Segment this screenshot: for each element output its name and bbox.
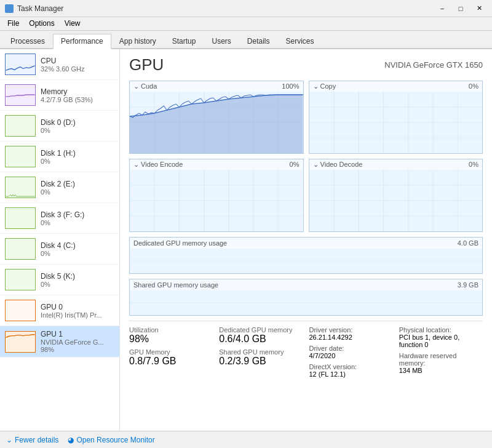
copy-chart-area bbox=[309, 92, 483, 153]
sidebar-item-memory[interactable]: Memory 4.2/7.9 GB (53%) bbox=[0, 80, 119, 111]
stat-driver-date: Driver date: 4/7/2020 bbox=[309, 345, 393, 359]
svg-rect-2 bbox=[6, 116, 34, 136]
cpu-sub: 32% 3.60 GHz bbox=[41, 65, 85, 73]
content-header: GPU NVIDIA GeForce GTX 1650 bbox=[129, 55, 483, 74]
shared-memory-area bbox=[130, 290, 482, 315]
open-resource-monitor-link[interactable]: ◕ Open Resource Monitor bbox=[68, 436, 154, 444]
cpu-label: CPU bbox=[41, 57, 85, 65]
gpu1-info: GPU 1 NVIDIA GeForce G... 98% bbox=[41, 330, 104, 353]
stat-driver-version: Driver version: 26.21.14.4292 bbox=[309, 326, 393, 341]
close-button[interactable]: ✕ bbox=[471, 2, 487, 15]
main-area: CPU 32% 3.60 GHz Memory 4.2/7.9 GB (53%)… bbox=[0, 49, 492, 431]
chevron-down-icon: ⌄ bbox=[6, 436, 12, 444]
fewer-details-link[interactable]: ⌄ Fewer details bbox=[6, 436, 58, 444]
open-resource-monitor-label: Open Resource Monitor bbox=[76, 436, 154, 444]
gpu-name: NVIDIA GeForce GTX 1650 bbox=[384, 60, 483, 70]
video-encode-chart-area bbox=[130, 170, 303, 231]
video-encode-chart-label: ⌄ Video Encode bbox=[133, 161, 183, 169]
sidebar-item-disk2[interactable]: Disk 2 (E:) 0% bbox=[0, 172, 119, 203]
maximize-button[interactable]: □ bbox=[453, 2, 469, 15]
utilization-value: 98% bbox=[129, 334, 213, 345]
tab-app-history[interactable]: App history bbox=[111, 34, 164, 48]
sidebar-item-disk1[interactable]: Disk 1 (H:) 0% bbox=[0, 142, 119, 172]
physical-location-label: Physical location: bbox=[399, 326, 483, 334]
fewer-details-label: Fewer details bbox=[15, 436, 58, 444]
gpu1-sub1: NVIDIA GeForce G... bbox=[41, 338, 104, 346]
tab-startup[interactable]: Startup bbox=[164, 34, 204, 48]
directx-label: DirectX version: bbox=[309, 363, 393, 370]
physical-location-value: PCI bus 1, device 0, function 0 bbox=[399, 334, 483, 348]
dedicated-memory-area bbox=[130, 249, 482, 273]
sidebar-item-gpu1[interactable]: GPU 1 NVIDIA GeForce G... 98% bbox=[0, 326, 119, 358]
tab-users[interactable]: Users bbox=[204, 34, 239, 48]
disk3-info: Disk 3 (F: G:) 0% bbox=[41, 210, 84, 226]
stat-group-utilization: Utilization 98% GPU Memory 0.8/7.9 GB bbox=[129, 326, 213, 378]
stat-utilization: Utilization 98% bbox=[129, 326, 213, 345]
cuda-chart-area bbox=[130, 92, 303, 153]
tab-services[interactable]: Services bbox=[278, 34, 322, 48]
disk5-sub: 0% bbox=[41, 281, 75, 288]
tab-details[interactable]: Details bbox=[239, 34, 278, 48]
video-encode-chart-box: ⌄ Video Encode 0% bbox=[129, 159, 304, 232]
cuda-chart-label: ⌄ Cuda bbox=[133, 82, 157, 90]
title-bar-controls: − □ ✕ bbox=[434, 2, 487, 15]
menu-view[interactable]: View bbox=[60, 18, 85, 29]
sidebar-item-gpu0[interactable]: GPU 0 Intel(R) Iris(TM) Pr... bbox=[0, 295, 119, 326]
gpu-memory-value: 0.8/7.9 GB bbox=[129, 356, 213, 367]
disk3-mini-graph bbox=[5, 207, 36, 229]
disk0-sub: 0% bbox=[41, 127, 76, 134]
driver-date-value: 4/7/2020 bbox=[309, 352, 393, 359]
tab-bar: Processes Performance App history Startu… bbox=[0, 31, 492, 49]
memory-info: Memory 4.2/7.9 GB (53%) bbox=[41, 87, 93, 103]
tab-processes[interactable]: Processes bbox=[2, 34, 53, 48]
sidebar-item-disk3[interactable]: Disk 3 (F: G:) 0% bbox=[0, 203, 119, 234]
sidebar-item-disk0[interactable]: Disk 0 (D:) 0% bbox=[0, 111, 119, 142]
disk1-mini-graph bbox=[5, 146, 36, 167]
dedicated-memory-label: Dedicated GPU memory usage bbox=[133, 239, 227, 247]
driver-version-value: 26.21.14.4292 bbox=[309, 334, 393, 341]
sidebar-item-cpu[interactable]: CPU 32% 3.60 GHz bbox=[0, 49, 119, 80]
driver-date-label: Driver date: bbox=[309, 345, 393, 352]
disk0-label: Disk 0 (D:) bbox=[41, 118, 76, 127]
svg-rect-8 bbox=[6, 300, 34, 321]
disk5-label: Disk 5 (K:) bbox=[41, 272, 75, 281]
disk3-label: Disk 3 (F: G:) bbox=[41, 210, 84, 219]
dedicated-memory-box: Dedicated GPU memory usage 4.0 GB bbox=[129, 237, 483, 274]
svg-rect-6 bbox=[6, 239, 34, 259]
menu-bar: File Options View bbox=[0, 17, 492, 31]
disk2-mini-graph bbox=[5, 177, 36, 198]
disk4-info: Disk 4 (C:) 0% bbox=[41, 241, 76, 257]
hardware-reserved-value: 134 MB bbox=[399, 367, 483, 374]
cuda-chart-box: ⌄ Cuda 100% bbox=[129, 81, 304, 154]
stats-row: Utilization 98% GPU Memory 0.8/7.9 GB De… bbox=[129, 321, 483, 378]
dedicated-memory-value: 4.0 GB bbox=[458, 239, 478, 247]
sidebar-item-disk4[interactable]: Disk 4 (C:) 0% bbox=[0, 234, 119, 265]
stat-group-dedicated: Dedicated GPU memory 0.6/4.0 GB Shared G… bbox=[219, 326, 303, 378]
app-title: Task Manager bbox=[17, 4, 63, 13]
title-bar: Task Manager − □ ✕ bbox=[0, 0, 492, 17]
video-decode-chart-box: ⌄ Video Decode 0% bbox=[309, 159, 483, 232]
svg-rect-0 bbox=[6, 54, 34, 74]
tab-performance[interactable]: Performance bbox=[53, 34, 111, 49]
stat-hardware-reserved: Hardware reserved memory: 134 MB bbox=[399, 352, 483, 374]
stat-group-driver: Driver version: 26.21.14.4292 Driver dat… bbox=[309, 326, 393, 378]
utilization-label: Utilization bbox=[129, 326, 213, 334]
gpu-memory-label: GPU Memory bbox=[129, 348, 213, 356]
footer: ⌄ Fewer details ◕ Open Resource Monitor bbox=[0, 431, 492, 448]
shared-gpu-memory-label: Shared GPU memory bbox=[219, 348, 303, 356]
video-decode-chart-value: 0% bbox=[469, 161, 478, 169]
menu-options[interactable]: Options bbox=[24, 18, 59, 29]
disk2-sub: 0% bbox=[41, 188, 75, 196]
disk4-label: Disk 4 (C:) bbox=[41, 241, 76, 250]
sidebar-item-disk5[interactable]: Disk 5 (K:) 0% bbox=[0, 265, 119, 295]
menu-file[interactable]: File bbox=[2, 18, 24, 29]
disk0-mini-graph bbox=[5, 115, 36, 137]
app-icon bbox=[5, 4, 14, 13]
shared-memory-header: Shared GPU memory usage 3.9 GB bbox=[130, 279, 482, 290]
driver-version-label: Driver version: bbox=[309, 326, 393, 334]
minimize-button[interactable]: − bbox=[434, 2, 450, 15]
shared-memory-label: Shared GPU memory usage bbox=[133, 281, 218, 289]
disk0-info: Disk 0 (D:) 0% bbox=[41, 118, 76, 134]
gpu0-sub: Intel(R) Iris(TM) Pr... bbox=[41, 311, 102, 319]
disk1-label: Disk 1 (H:) bbox=[41, 149, 76, 158]
